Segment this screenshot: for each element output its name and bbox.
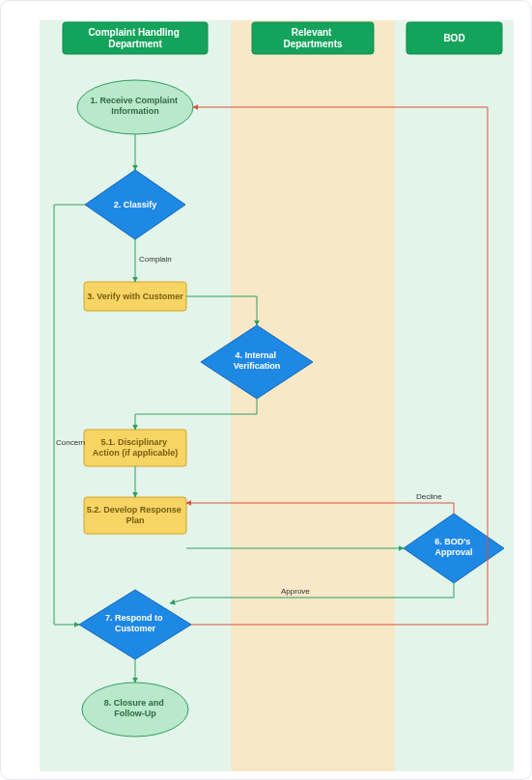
lane-header-complaint-line2: Department <box>108 39 162 49</box>
lane-header-bod: BOD <box>406 22 502 54</box>
edge-label-complain: Complain <box>139 255 172 264</box>
edge-label-approve: Approve <box>281 587 310 596</box>
node-verify-customer: 3. Verify with Customer <box>84 282 186 311</box>
edge-label-decline: Decline <box>416 492 442 501</box>
node-closure-followup: 8. Closure and Follow-Up <box>82 682 188 737</box>
node-develop-response-plan: 5.2. Develop Response Plan <box>84 497 186 534</box>
lane-body-bod <box>395 20 514 771</box>
svg-text:BOD: BOD <box>443 33 464 43</box>
node-receive-complaint: 1. Receive Complaint Information <box>77 80 193 134</box>
svg-text:5.1. Disciplinary
      Action: 5.1. Disciplinary Action (if applicable) <box>93 437 179 458</box>
svg-text:3. Verify with Customer: 3. Verify with Customer <box>87 292 183 301</box>
svg-text:4. Internal
      Verification: 4. Internal Verification <box>234 350 281 371</box>
lane-header-relevant: Relevant Departments <box>252 22 374 54</box>
svg-text:2. Classify: 2. Classify <box>114 200 157 209</box>
lane-header-complaint-line1: Complaint Handling <box>88 27 179 38</box>
edge-label-concern: Concern <box>56 438 85 447</box>
flowchart: Complaint Handling Department Relevant D… <box>11 11 523 771</box>
lane-header-complaint: Complaint Handling Department <box>63 22 208 54</box>
svg-text:6. BOD's
      Approval: 6. BOD's Approval <box>434 537 473 557</box>
svg-text:Relevant
      Departments: Relevant Departments <box>283 27 343 49</box>
node-disciplinary-action: 5.1. Disciplinary Action (if applicable) <box>84 430 186 466</box>
